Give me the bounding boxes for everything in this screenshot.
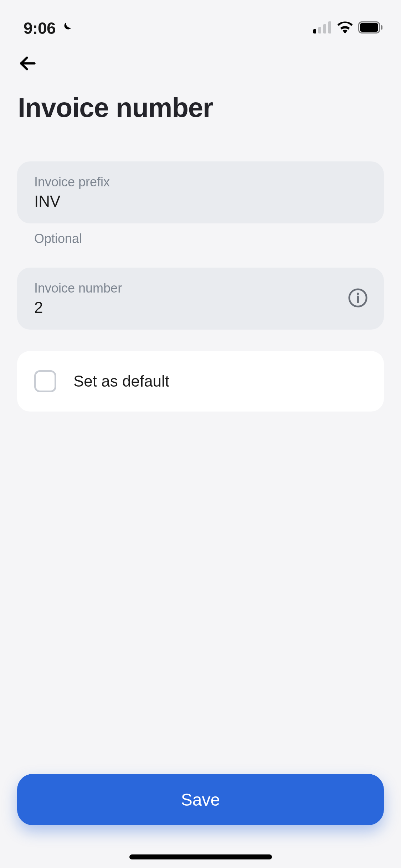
invoice-number-value[interactable]: 2 (34, 299, 367, 316)
invoice-number-field[interactable]: Invoice number 2 (17, 268, 384, 330)
invoice-prefix-field[interactable]: Invoice prefix INV (17, 161, 384, 223)
home-indicator[interactable] (129, 854, 272, 859)
svg-rect-2 (323, 24, 326, 33)
moon-icon (60, 21, 73, 35)
form-content: Invoice prefix INV Optional Invoice numb… (0, 161, 401, 412)
invoice-prefix-value[interactable]: INV (34, 192, 367, 210)
svg-rect-1 (318, 27, 321, 33)
set-default-checkbox[interactable] (34, 370, 56, 392)
status-right (313, 21, 383, 35)
info-icon (348, 288, 368, 308)
svg-point-10 (357, 293, 359, 295)
svg-rect-3 (328, 21, 331, 33)
invoice-number-label: Invoice number (34, 281, 367, 296)
back-arrow-icon (18, 53, 38, 73)
wifi-icon (337, 21, 353, 35)
info-button[interactable] (348, 288, 368, 310)
save-button[interactable]: Save (17, 774, 384, 825)
page-header: Invoice number (0, 43, 401, 123)
invoice-prefix-label: Invoice prefix (34, 175, 367, 190)
cellular-signal-icon (313, 21, 332, 35)
back-button[interactable] (18, 53, 39, 75)
status-bar: 9:06 (0, 0, 401, 43)
status-left: 9:06 (24, 19, 73, 38)
set-default-label: Set as default (73, 372, 169, 390)
status-time: 9:06 (24, 19, 56, 38)
page-title: Invoice number (18, 92, 383, 123)
set-default-row[interactable]: Set as default (17, 351, 384, 412)
bottom-area: Save (0, 774, 401, 868)
invoice-prefix-helper: Optional (17, 223, 384, 246)
svg-rect-6 (381, 25, 382, 30)
svg-rect-0 (313, 29, 316, 33)
svg-rect-5 (360, 23, 378, 32)
battery-icon (358, 21, 383, 35)
